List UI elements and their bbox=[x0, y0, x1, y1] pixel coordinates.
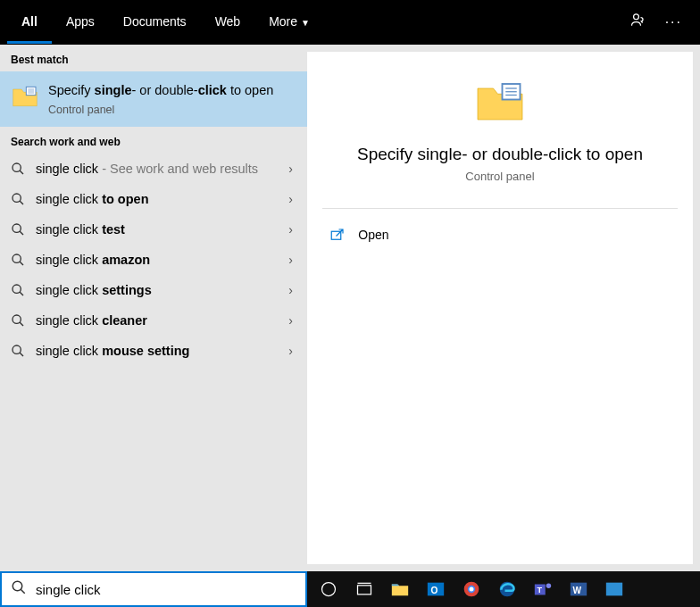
svg-point-15 bbox=[12, 315, 21, 323]
suggestion-item[interactable]: single click to open› bbox=[0, 184, 307, 214]
search-icon bbox=[11, 253, 25, 267]
svg-point-7 bbox=[12, 194, 21, 202]
results-left-panel: Best match Specify single- or double-cli… bbox=[0, 45, 307, 571]
svg-line-8 bbox=[20, 201, 23, 204]
tab-web[interactable]: Web bbox=[201, 2, 255, 44]
control-panel-folder-icon bbox=[11, 82, 39, 111]
svg-line-12 bbox=[20, 262, 23, 265]
search-results-main: Best match Specify single- or double-cli… bbox=[0, 45, 700, 571]
chevron-down-icon: ▼ bbox=[301, 18, 310, 28]
tab-documents[interactable]: Documents bbox=[109, 2, 201, 44]
more-options-icon[interactable]: ··· bbox=[665, 14, 682, 30]
svg-point-9 bbox=[12, 224, 21, 232]
action-open-label: Open bbox=[358, 228, 388, 242]
svg-point-5 bbox=[12, 163, 21, 171]
search-icon bbox=[11, 313, 25, 328]
svg-line-18 bbox=[20, 353, 23, 356]
taskbar: O T W bbox=[307, 571, 700, 607]
chevron-right-icon: › bbox=[288, 222, 296, 237]
chevron-right-icon: › bbox=[288, 192, 296, 206]
svg-point-11 bbox=[12, 254, 21, 262]
open-icon bbox=[329, 227, 346, 243]
svg-rect-40 bbox=[606, 583, 622, 596]
suggestion-item[interactable]: single click settings› bbox=[0, 275, 307, 305]
feedback-icon[interactable] bbox=[629, 12, 647, 33]
svg-line-6 bbox=[20, 170, 23, 174]
best-match-title: Specify single- or double-click to open bbox=[48, 82, 293, 100]
suggestion-item[interactable]: single click - See work and web results› bbox=[0, 154, 307, 184]
search-filter-tabs: All Apps Documents Web More▼ ··· bbox=[0, 0, 700, 45]
cortana-icon[interactable] bbox=[314, 575, 343, 603]
svg-line-10 bbox=[20, 231, 23, 235]
svg-text:O: O bbox=[431, 586, 438, 595]
preview-subtitle: Control panel bbox=[465, 170, 534, 183]
tab-all[interactable]: All bbox=[7, 2, 52, 44]
svg-point-17 bbox=[12, 345, 21, 353]
edge-icon[interactable] bbox=[493, 575, 521, 603]
suggestion-text: single click test bbox=[36, 222, 278, 237]
svg-point-26 bbox=[322, 583, 336, 596]
chevron-right-icon: › bbox=[288, 283, 296, 297]
best-match-header: Best match bbox=[0, 45, 307, 71]
search-web-header: Search work and web bbox=[0, 127, 307, 154]
chevron-right-icon: › bbox=[288, 344, 296, 358]
bottom-bar: O T W bbox=[0, 571, 700, 607]
suggestion-text: single click mouse setting bbox=[36, 344, 278, 358]
chrome-icon[interactable] bbox=[457, 575, 486, 603]
tab-more-label: More bbox=[269, 14, 297, 29]
preview-folder-icon bbox=[473, 75, 527, 129]
svg-text:W: W bbox=[573, 586, 582, 595]
tab-list: All Apps Documents Web More▼ bbox=[7, 2, 629, 44]
app-icon[interactable] bbox=[600, 575, 629, 603]
search-icon bbox=[11, 579, 27, 599]
word-icon[interactable]: W bbox=[564, 575, 593, 603]
search-icon bbox=[11, 192, 25, 206]
svg-text:T: T bbox=[538, 586, 543, 595]
outlook-icon[interactable]: O bbox=[421, 575, 450, 603]
svg-line-25 bbox=[21, 589, 25, 594]
tab-more[interactable]: More▼ bbox=[254, 2, 324, 44]
chevron-right-icon: › bbox=[288, 253, 296, 267]
suggestion-text: single click cleaner bbox=[36, 313, 278, 328]
svg-line-14 bbox=[20, 292, 23, 295]
chevron-right-icon: › bbox=[288, 162, 296, 176]
svg-line-16 bbox=[20, 322, 23, 326]
suggestion-text: single click settings bbox=[36, 283, 278, 297]
best-match-result[interactable]: Specify single- or double-click to open … bbox=[0, 71, 307, 127]
search-box[interactable] bbox=[0, 571, 307, 607]
tab-apps[interactable]: Apps bbox=[52, 2, 109, 44]
suggestion-item[interactable]: single click amazon› bbox=[0, 245, 307, 275]
suggestion-item[interactable]: single click cleaner› bbox=[0, 305, 307, 336]
suggestion-item[interactable]: single click mouse setting› bbox=[0, 336, 307, 366]
svg-point-13 bbox=[12, 285, 21, 293]
task-view-icon[interactable] bbox=[350, 575, 379, 603]
suggestion-text: single click to open bbox=[36, 192, 278, 206]
suggestion-text: single click - See work and web results bbox=[36, 162, 278, 176]
svg-point-37 bbox=[546, 584, 552, 589]
svg-point-24 bbox=[12, 581, 22, 591]
file-explorer-icon[interactable] bbox=[386, 575, 414, 603]
preview-panel: Specify single- or double-click to open … bbox=[307, 52, 693, 564]
search-icon bbox=[11, 283, 25, 297]
best-match-text: Specify single- or double-click to open … bbox=[48, 82, 293, 116]
suggestion-item[interactable]: single click test› bbox=[0, 214, 307, 245]
search-input[interactable] bbox=[36, 582, 296, 597]
svg-rect-27 bbox=[358, 586, 371, 595]
search-icon bbox=[11, 162, 25, 176]
search-icon bbox=[11, 222, 25, 237]
header-actions: ··· bbox=[629, 12, 693, 33]
chevron-right-icon: › bbox=[288, 313, 296, 328]
best-match-subtitle: Control panel bbox=[48, 104, 293, 116]
teams-icon[interactable]: T bbox=[529, 575, 557, 603]
svg-point-0 bbox=[633, 14, 638, 20]
preview-title: Specify single- or double-click to open bbox=[339, 145, 661, 164]
divider bbox=[322, 208, 677, 209]
search-icon bbox=[11, 344, 25, 358]
suggestion-text: single click amazon bbox=[36, 253, 278, 267]
action-open[interactable]: Open bbox=[322, 218, 677, 252]
